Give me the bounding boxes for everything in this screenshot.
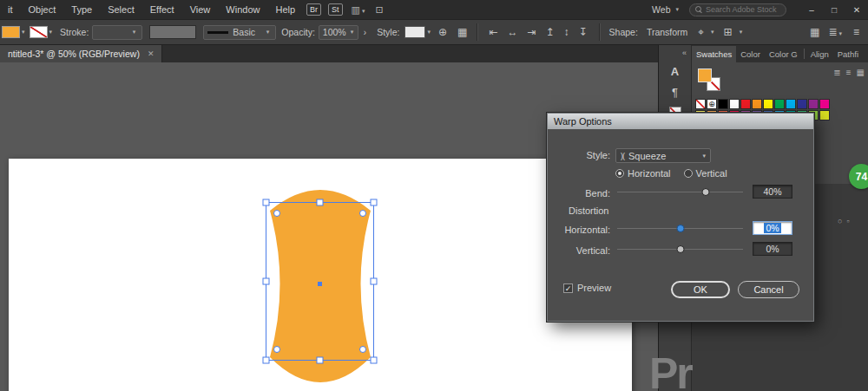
color-swatch[interactable] [797,99,807,109]
tab-swatches[interactable]: Swatches [692,46,736,62]
transform-point-control[interactable]: ⌖ ▾ [693,26,716,38]
minimize-button[interactable]: – [800,5,823,15]
list-view-icon[interactable]: ≣ [833,68,840,77]
tab-pathfinder[interactable]: Pathfi [833,46,863,62]
align-top-icon[interactable]: ↥ [545,26,554,38]
graphic-style-dropdown[interactable]: ▾ [404,26,433,38]
search-input[interactable] [706,5,784,14]
registration-swatch-icon[interactable]: ⊕ [707,99,717,109]
color-swatch[interactable] [774,99,785,109]
arrange-documents-icon[interactable]: ▦ [810,26,819,38]
document-tab[interactable]: ntitled-3* @ 50% (RGB/Preview) ✕ [0,45,162,62]
globe-recolor-icon[interactable]: ⊕ [438,26,447,38]
menu-item-help[interactable]: Help [267,4,303,15]
selection-handle[interactable] [263,199,269,205]
stock-button[interactable]: St [328,3,343,16]
bend-slider-knob[interactable] [701,188,709,196]
stroke-color-control[interactable]: ▾ [30,26,56,38]
align-bottom-icon[interactable]: ↧ [579,26,588,38]
vertical-radio[interactable]: Vertical [684,168,727,179]
selection-handle[interactable] [317,199,323,205]
tab-align[interactable]: Align [806,46,833,62]
grid-view-icon[interactable]: ▦ [857,68,865,77]
align-left-icon[interactable]: ⇤ [489,26,497,38]
circle-icon[interactable]: ○ [838,217,842,225]
menu-item-window[interactable]: Window [218,4,267,15]
close-button[interactable]: ✕ [845,5,868,15]
bend-slider[interactable] [617,188,743,196]
workspace-switcher[interactable]: Web ▾ [652,4,679,15]
menu-item-object[interactable]: Object [21,4,64,15]
anchor-point[interactable] [274,211,280,217]
warp-style-dropdown[interactable]: )( Squeeze ▾ [615,148,711,163]
menu-item-select[interactable]: Select [100,4,142,15]
color-swatch[interactable] [819,99,830,109]
expand-dock-icon[interactable]: « [682,49,687,57]
color-swatch[interactable] [740,99,751,109]
vertical-slider[interactable] [617,245,743,253]
color-swatch[interactable] [763,99,773,109]
none-swatch-icon[interactable] [695,99,706,109]
square-icon[interactable]: ▫ [846,217,849,225]
paragraph-panel-icon[interactable]: ¶ [672,86,678,99]
align-right-icon[interactable]: ⇥ [527,26,536,38]
width-profile-dropdown[interactable] [149,25,196,39]
transform-grid-control[interactable]: ⊞ ▾ [719,26,746,38]
restore-button[interactable]: □ [823,5,845,15]
document-setup-icon[interactable]: ▦ [457,26,467,38]
stroke-none-swatch[interactable] [30,26,48,38]
transform-label[interactable]: Transform [647,27,687,37]
bridge-button[interactable]: Br [306,3,321,16]
align-center-horizontal-icon[interactable]: ↔ [507,26,517,38]
color-swatch[interactable] [752,99,762,109]
align-middle-icon[interactable]: ↕ [564,26,569,38]
menu-item-effect[interactable]: Effect [142,4,182,15]
panel-menu-icon[interactable]: ≡ [853,26,859,38]
bend-value-field[interactable]: 40% [753,185,792,199]
center-point[interactable] [318,282,322,286]
brush-definition-dropdown[interactable]: Basic ▾ [203,25,276,40]
character-panel-icon[interactable]: A [671,65,679,78]
color-swatch[interactable] [808,99,819,109]
fill-color-control[interactable]: ▾ [2,26,28,38]
menu-item-type[interactable]: Type [63,4,100,15]
document-arrange-icon[interactable]: ▥▾ [352,4,365,16]
dialog-title-bar[interactable]: Warp Options [548,114,813,129]
horizontal-slider[interactable] [617,225,743,232]
stock-search[interactable] [689,3,786,16]
cancel-button[interactable]: Cancel [738,281,799,298]
horizontal-slider-knob[interactable] [676,225,684,232]
fill-stroke-proxy[interactable] [698,68,720,91]
vertical-value-field[interactable]: 0% [753,242,792,256]
anchor-point[interactable] [274,347,280,353]
tab-color-guide[interactable]: Color G [765,46,802,62]
small-list-view-icon[interactable]: ≡ [846,68,852,77]
selection-handle[interactable] [371,357,377,363]
tab-close-icon[interactable]: ✕ [148,49,155,58]
color-swatch[interactable] [729,99,740,109]
selection-handle[interactable] [317,357,323,363]
anchor-point[interactable] [360,211,366,217]
fill-swatch[interactable] [2,26,20,38]
selection-handle[interactable] [371,199,377,205]
radio-unselected-icon[interactable] [684,169,693,178]
share-screen-icon[interactable]: ⊡ [376,4,384,16]
anchor-point[interactable] [360,347,366,353]
stroke-weight-dropdown[interactable]: ▾ [92,25,142,40]
menu-item-edit[interactable]: it [0,4,21,15]
view-options-icon[interactable]: ≣▾ [828,26,845,38]
preview-checkbox[interactable]: ✓ Preview [563,283,611,293]
ok-button[interactable]: OK [671,281,730,298]
color-swatch[interactable] [819,110,830,121]
tab-color[interactable]: Color [736,46,765,62]
fill-proxy-swatch[interactable] [698,68,712,82]
checkbox-checked-icon[interactable]: ✓ [563,283,573,293]
vertical-slider-knob[interactable] [676,245,684,253]
selection-handle[interactable] [371,278,377,284]
horizontal-radio[interactable]: Horizontal [615,168,671,179]
opacity-dropdown[interactable]: 100% ▾ [319,25,358,40]
slider-track[interactable] [617,192,743,192]
selection-handle[interactable] [263,357,269,363]
radio-selected-icon[interactable] [615,169,624,178]
color-swatch[interactable] [786,99,796,109]
